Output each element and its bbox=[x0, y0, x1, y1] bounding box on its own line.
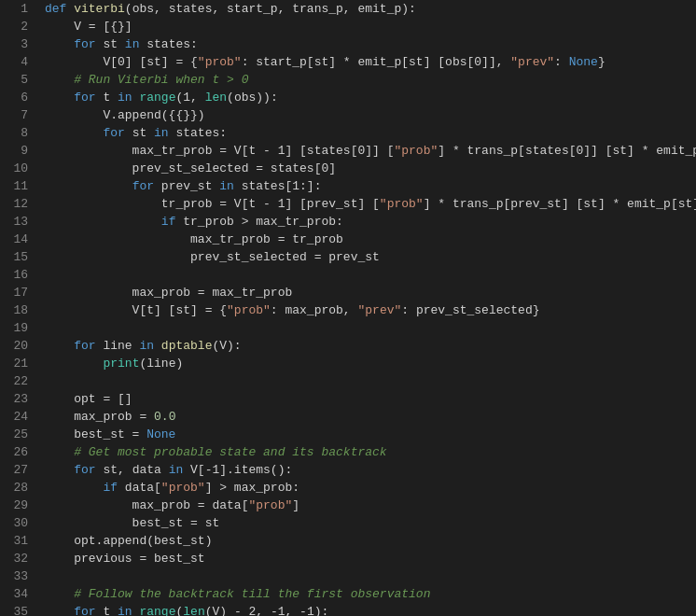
code-line: opt = [] bbox=[45, 390, 696, 408]
plain-token: ] > max_prob: bbox=[205, 481, 299, 495]
fn-token: dptable bbox=[161, 339, 213, 353]
plain-token bbox=[45, 463, 74, 477]
code-line: # Follow the backtrack till the first ob… bbox=[45, 585, 696, 603]
code-line: V.append({{}}) bbox=[45, 106, 696, 124]
line-number: 18 bbox=[0, 301, 28, 319]
line-numbers: 1234567891011121314151617181920212223242… bbox=[0, 0, 35, 616]
line-number: 5 bbox=[0, 71, 28, 89]
plain-token: st bbox=[125, 126, 154, 140]
line-number: 23 bbox=[0, 390, 28, 408]
code-line: max_tr_prob = V[t - 1] [states[0]] ["pro… bbox=[45, 142, 696, 160]
line-number: 12 bbox=[0, 195, 28, 213]
code-line: tr_prob = V[t - 1] [prev_st] ["prob"] * … bbox=[45, 195, 696, 213]
code-line: best_st = None bbox=[45, 426, 696, 443]
code-line: # Run Viterbi when t > 0 bbox=[45, 71, 696, 89]
code-line: V[t] [st] = {"prob": max_prob, "prev": p… bbox=[45, 301, 696, 319]
plain-token: states: bbox=[139, 37, 197, 51]
plain-token: max_prob = data[ bbox=[45, 498, 248, 512]
line-number: 8 bbox=[0, 124, 28, 142]
plain-token: V[0] [st] = { bbox=[45, 55, 198, 69]
code-line: for st in states: bbox=[45, 35, 696, 53]
plain-token: V[-1].items(): bbox=[183, 463, 292, 477]
line-number: 29 bbox=[0, 497, 28, 514]
plain-token bbox=[45, 37, 74, 51]
code-line: prev_st_selected = prev_st bbox=[45, 248, 696, 266]
line-number: 35 bbox=[0, 603, 28, 616]
kw-token: in bbox=[118, 91, 132, 105]
str-token: "prob" bbox=[248, 498, 292, 512]
kw-token: in bbox=[125, 37, 140, 51]
plain-token: states: bbox=[169, 126, 227, 140]
plain-token: V[t] [st] = { bbox=[45, 303, 227, 317]
kw-token: in bbox=[169, 463, 184, 477]
code-line: for prev_st in states[1:]: bbox=[45, 177, 696, 195]
kw-token: def bbox=[45, 2, 74, 16]
plain-token: (obs, states, start_p, trans_p, emit_p): bbox=[125, 2, 416, 16]
plain-token: st, data bbox=[96, 463, 169, 477]
plain-token: (obs)): bbox=[227, 91, 278, 105]
comment-token: # Follow the backtrack till the first ob… bbox=[45, 587, 430, 601]
code-container: 1234567891011121314151617181920212223242… bbox=[0, 0, 696, 616]
line-number: 22 bbox=[0, 372, 28, 390]
kw-token: in bbox=[154, 126, 169, 140]
plain-token: data[ bbox=[118, 481, 161, 495]
kw-token: for bbox=[103, 126, 124, 140]
code-line bbox=[45, 319, 696, 337]
comment-token: # Get most probable state and its backtr… bbox=[45, 445, 387, 459]
code-line: V[0] [st] = {"prob": start_p[st] * emit_… bbox=[45, 53, 696, 71]
fn-token: viterbi bbox=[74, 2, 125, 16]
str-token: "prob" bbox=[380, 197, 424, 211]
plain-token: prev_st bbox=[154, 179, 219, 193]
plain-token: tr_prob > max_tr_prob: bbox=[175, 215, 342, 229]
plain-token: opt.append(best_st) bbox=[45, 534, 212, 548]
line-number: 30 bbox=[0, 514, 28, 532]
code-line: if data["prob"] > max_prob: bbox=[45, 479, 696, 497]
line-number: 11 bbox=[0, 177, 28, 195]
plain-token: line bbox=[96, 339, 140, 353]
kw-token: for bbox=[74, 91, 95, 105]
code-line: best_st = st bbox=[45, 514, 696, 532]
builtin-token: range bbox=[139, 91, 175, 105]
line-number: 34 bbox=[0, 585, 28, 603]
code-line: for t in range(1, len(obs)): bbox=[45, 89, 696, 106]
plain-token: t bbox=[96, 605, 118, 616]
line-number: 6 bbox=[0, 89, 28, 106]
code-content[interactable]: def viterbi(obs, states, start_p, trans_… bbox=[35, 0, 696, 616]
code-line: for t in range(len(V) - 2, -1, -1): bbox=[45, 603, 696, 616]
line-number: 25 bbox=[0, 426, 28, 443]
plain-token: max_prob = max_tr_prob bbox=[45, 286, 292, 300]
builtin-token: len bbox=[183, 605, 204, 616]
plain-token: : prev_st_selected} bbox=[401, 303, 539, 317]
line-number: 27 bbox=[0, 461, 28, 479]
kw-token: in bbox=[118, 605, 132, 616]
line-number: 19 bbox=[0, 319, 28, 337]
plain-token: } bbox=[598, 55, 606, 69]
plain-token bbox=[45, 605, 74, 616]
line-number: 16 bbox=[0, 266, 28, 284]
line-number: 7 bbox=[0, 106, 28, 124]
line-number: 33 bbox=[0, 567, 28, 585]
plain-token: : start_p[st] * emit_p[st] [obs[0]], bbox=[242, 55, 511, 69]
code-line: print(line) bbox=[45, 355, 696, 372]
line-number: 13 bbox=[0, 213, 28, 231]
plain-token: opt = [] bbox=[45, 392, 132, 406]
line-number: 20 bbox=[0, 337, 28, 355]
line-number: 26 bbox=[0, 443, 28, 461]
line-number: 10 bbox=[0, 160, 28, 177]
kw-token: for bbox=[74, 37, 95, 51]
kw-token: if bbox=[161, 215, 176, 229]
plain-token: st bbox=[96, 37, 125, 51]
plain-token: (1, bbox=[175, 91, 204, 105]
builtin-token: print bbox=[103, 357, 139, 371]
str-token: "prev" bbox=[510, 55, 554, 69]
plain-token: t bbox=[96, 91, 118, 105]
line-number: 21 bbox=[0, 355, 28, 372]
code-line: for line in dptable(V): bbox=[45, 337, 696, 355]
plain-token: : max_prob, bbox=[271, 303, 358, 317]
plain-token: ] * trans_p[states[0]] [st] * emit_p[st]… bbox=[438, 144, 696, 158]
code-line: opt.append(best_st) bbox=[45, 532, 696, 550]
line-number: 15 bbox=[0, 248, 28, 266]
line-number: 1 bbox=[0, 0, 28, 18]
plain-token bbox=[154, 339, 161, 353]
kw-token: if bbox=[103, 481, 118, 495]
